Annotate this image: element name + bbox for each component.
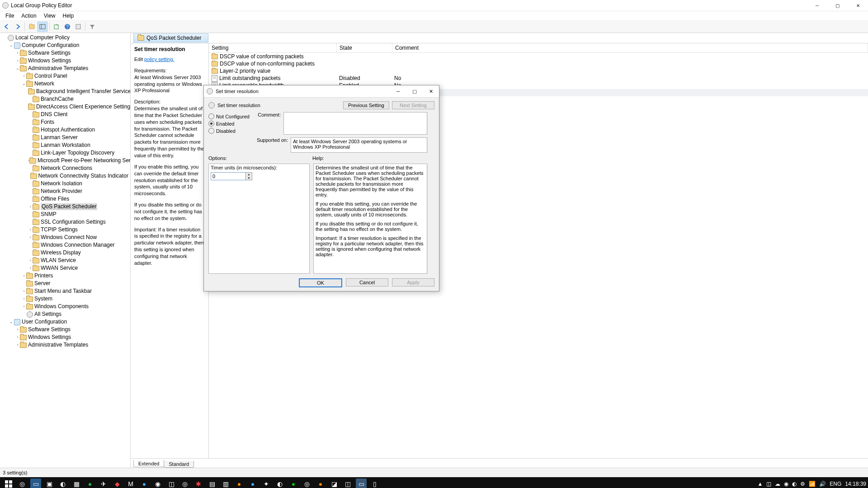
- tree-item[interactable]: Wireless Display: [27, 249, 129, 257]
- dialog-titlebar[interactable]: Set timer resolution ─ ▢ ✕: [204, 85, 439, 98]
- timer-units-input[interactable]: [211, 172, 246, 180]
- tree-item[interactable]: Network Connections: [27, 164, 129, 172]
- edit-policy-link[interactable]: policy setting.: [144, 56, 175, 62]
- close-button[interactable]: ✕: [848, 0, 868, 11]
- tree-item[interactable]: SNMP: [27, 211, 129, 218]
- tree-user-config[interactable]: ⌄User Configuration: [8, 318, 129, 326]
- taskbar-app-icon[interactable]: M: [125, 479, 136, 488]
- menu-action[interactable]: Action: [18, 13, 40, 19]
- dialog-close-button[interactable]: ✕: [423, 85, 439, 97]
- tree-item[interactable]: DNS Client: [27, 111, 129, 118]
- ok-button[interactable]: OK: [299, 278, 342, 287]
- scrollbar[interactable]: [427, 112, 434, 135]
- up-button[interactable]: [27, 22, 37, 32]
- show-hide-tree-button[interactable]: [38, 22, 47, 32]
- tree-item[interactable]: SSL Configuration Settings: [27, 218, 129, 226]
- tree-item[interactable]: ›Start Menu and Taskbar: [21, 287, 129, 295]
- next-setting-button[interactable]: Next Setting: [392, 101, 434, 109]
- previous-setting-button[interactable]: Previous Setting: [343, 101, 389, 109]
- tree-network[interactable]: ⌄Network: [21, 80, 129, 88]
- tree-root[interactable]: Local Computer Policy: [2, 34, 129, 42]
- tree-item[interactable]: ›Printers: [21, 272, 129, 280]
- taskbar-app-icon[interactable]: ◎: [179, 479, 190, 488]
- tray-icon[interactable]: ◉: [784, 481, 788, 487]
- tree-item[interactable]: Lanman Workstation: [27, 141, 129, 149]
- taskbar-app-icon[interactable]: ▭: [356, 479, 367, 488]
- tree-item[interactable]: ›Software Settings: [14, 49, 129, 57]
- spinner-up[interactable]: ▲: [246, 173, 252, 176]
- taskbar-app-icon[interactable]: ✱: [193, 479, 204, 488]
- taskbar[interactable]: ◎ ▭ ▣ ◐ ▦ ● ✈ ◆ M ● ◉ ◫ ◎ ✱ ▤ ▥ ● ● ✦ ◐ …: [0, 477, 868, 488]
- tree-pane[interactable]: Local Computer Policy ⌄Computer Configur…: [0, 33, 131, 468]
- tree-item[interactable]: DirectAccess Client Experience Settings: [27, 103, 129, 111]
- tray-icon[interactable]: ◫: [766, 481, 771, 487]
- tree-item[interactable]: ›Windows Components: [21, 303, 129, 310]
- tab-standard[interactable]: Standard: [164, 461, 194, 468]
- taskbar-app-icon[interactable]: ▤: [207, 479, 217, 488]
- menu-view[interactable]: View: [40, 13, 59, 19]
- tree-item[interactable]: ›System: [21, 295, 129, 303]
- cancel-button[interactable]: Cancel: [346, 278, 388, 286]
- start-button[interactable]: [3, 479, 14, 488]
- tray-icon[interactable]: ◐: [792, 481, 797, 487]
- taskbar-app-icon[interactable]: ◐: [274, 479, 285, 488]
- export-button[interactable]: [52, 22, 61, 32]
- tree-item[interactable]: ›Windows Settings: [14, 57, 129, 65]
- dialog-minimize-button[interactable]: ─: [390, 85, 406, 97]
- tree-item[interactable]: ›TCPIP Settings: [27, 226, 129, 234]
- taskbar-app-icon[interactable]: ▭: [30, 479, 41, 488]
- tree-item[interactable]: ›QoS Packet Scheduler: [27, 203, 129, 211]
- tray-icon[interactable]: 🔊: [819, 481, 826, 487]
- list-row[interactable]: DSCP value of conforming packets: [209, 53, 868, 60]
- tree-item[interactable]: ›Administrative Templates: [14, 341, 129, 349]
- taskbar-app-icon[interactable]: ▦: [71, 479, 82, 488]
- taskbar-app-icon[interactable]: ◆: [112, 479, 123, 488]
- list-row[interactable]: Layer-2 priority value: [209, 67, 868, 75]
- menu-file[interactable]: File: [2, 13, 18, 19]
- tree-item[interactable]: Network Connectivity Status Indicator: [27, 172, 129, 180]
- tree-item[interactable]: Network Isolation: [27, 180, 129, 188]
- taskbar-app-icon[interactable]: ▣: [44, 479, 55, 488]
- dialog-maximize-button[interactable]: ▢: [406, 85, 423, 97]
- tree-item[interactable]: BranchCache: [27, 95, 129, 103]
- taskbar-app-icon[interactable]: ✦: [261, 479, 272, 488]
- taskbar-app-icon[interactable]: ◫: [166, 479, 177, 488]
- tree-item[interactable]: ›WWAN Service: [27, 264, 129, 272]
- taskbar-app-icon[interactable]: ●: [315, 479, 326, 488]
- tree-item[interactable]: Windows Connection Manager: [27, 241, 129, 249]
- spinner-down[interactable]: ▼: [246, 176, 252, 180]
- taskbar-app-icon[interactable]: ▥: [220, 479, 231, 488]
- comment-textarea[interactable]: [283, 112, 427, 135]
- tree-item[interactable]: Link-Layer Topology Discovery: [27, 149, 129, 157]
- tree-item[interactable]: ›Microsoft Peer-to-Peer Networking Servi…: [27, 157, 129, 164]
- tray-icon[interactable]: 📶: [809, 481, 816, 487]
- forward-button[interactable]: [13, 22, 23, 32]
- tree-item[interactable]: Server: [21, 280, 129, 287]
- tree-item[interactable]: Hotspot Authentication: [27, 126, 129, 134]
- taskbar-app-icon[interactable]: ●: [288, 479, 299, 488]
- radio-disabled[interactable]: Disabled: [208, 128, 254, 134]
- taskbar-app-icon[interactable]: ●: [85, 479, 95, 488]
- menu-help[interactable]: Help: [59, 13, 78, 19]
- scrollbar[interactable]: [427, 164, 434, 274]
- tree-item[interactable]: Fonts: [27, 118, 129, 126]
- tree-item[interactable]: Lanman Server: [27, 134, 129, 141]
- tree-item[interactable]: Offline Files: [27, 195, 129, 203]
- tray-icon[interactable]: ▲: [757, 481, 763, 487]
- tray-lang[interactable]: ENG: [830, 481, 841, 487]
- tree-item[interactable]: ›Windows Connect Now: [27, 234, 129, 241]
- taskbar-app-icon[interactable]: ◎: [17, 479, 28, 488]
- taskbar-app-icon[interactable]: ✈: [98, 479, 109, 488]
- help-button[interactable]: ?: [62, 22, 72, 32]
- taskbar-app-icon[interactable]: ◪: [329, 479, 340, 488]
- properties-button[interactable]: [73, 22, 83, 32]
- filter-button[interactable]: [87, 22, 97, 32]
- taskbar-app-icon[interactable]: ▯: [369, 479, 380, 488]
- maximize-button[interactable]: ▢: [827, 0, 848, 11]
- col-setting[interactable]: Setting: [209, 43, 337, 52]
- list-row[interactable]: DSCP value of non-conforming packets: [209, 60, 868, 67]
- tree-item[interactable]: ›WLAN Service: [27, 257, 129, 264]
- taskbar-app-icon[interactable]: ●: [247, 479, 258, 488]
- tree-item[interactable]: ›Windows Settings: [14, 333, 129, 341]
- taskbar-app-icon[interactable]: ●: [139, 479, 150, 488]
